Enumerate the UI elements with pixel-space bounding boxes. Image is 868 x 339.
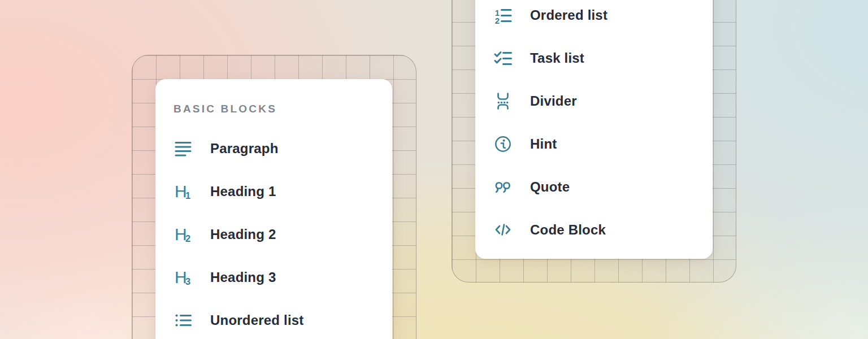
heading-2-icon: H2 <box>174 225 192 244</box>
menu-item-label: Unordered list <box>210 312 304 328</box>
menu-item-label: Heading 1 <box>210 184 276 199</box>
menu-item-ordered-list[interactable]: 1 2 Ordered list <box>475 0 713 37</box>
menu-item-quote[interactable]: Quote <box>475 166 713 208</box>
menu-item-heading-3[interactable]: H3Heading 3 <box>155 256 392 299</box>
quote-icon <box>494 178 512 196</box>
menu-item-label: Heading 2 <box>210 227 276 242</box>
menu-section-header: BASIC BLOCKS <box>155 79 392 115</box>
heading-3-icon: H3 <box>174 268 192 286</box>
heading-1-icon: H1 <box>174 182 192 201</box>
menu-item-label: Ordered list <box>530 7 607 23</box>
menu-item-paragraph[interactable]: Paragraph <box>155 127 392 170</box>
code-block-icon <box>494 221 512 239</box>
task-list-icon <box>494 49 512 67</box>
menu-item-list: ParagraphH1Heading 1H2Heading 2H3Heading… <box>155 127 392 339</box>
divider-icon <box>494 92 512 110</box>
ordered-list-icon: 1 2 <box>494 6 512 24</box>
menu-item-label: Code Block <box>530 222 606 238</box>
menu-item-label: Paragraph <box>210 141 279 157</box>
menu-item-unordered-list[interactable]: Unordered list <box>155 299 392 339</box>
menu-item-heading-1[interactable]: H1Heading 1 <box>155 170 392 213</box>
hint-icon <box>494 135 512 153</box>
menu-item-divider[interactable]: Divider <box>475 80 713 123</box>
menu-item-label: Heading 3 <box>210 270 276 285</box>
menu-item-label: Divider <box>530 93 577 109</box>
menu-item-heading-2[interactable]: H2Heading 2 <box>155 213 392 256</box>
menu-item-label: Task list <box>530 50 584 66</box>
menu-item-hint[interactable]: Hint <box>475 123 713 166</box>
blocks-menu-continued: 1 2 Ordered list Task list Divider Hint <box>475 0 713 259</box>
canvas-background: BASIC BLOCKS ParagraphH1Heading 1H2Headi… <box>0 0 868 339</box>
menu-item-list: 1 2 Ordered list Task list Divider Hint <box>475 0 713 251</box>
svg-text:2: 2 <box>495 16 500 24</box>
basic-blocks-menu: BASIC BLOCKS ParagraphH1Heading 1H2Headi… <box>155 79 392 339</box>
menu-item-label: Hint <box>530 136 557 152</box>
unordered-list-icon <box>174 311 192 329</box>
menu-item-label: Quote <box>530 179 570 195</box>
paragraph-icon <box>174 140 192 158</box>
menu-item-task-list[interactable]: Task list <box>475 37 713 80</box>
menu-item-code-block[interactable]: Code Block <box>475 208 713 251</box>
